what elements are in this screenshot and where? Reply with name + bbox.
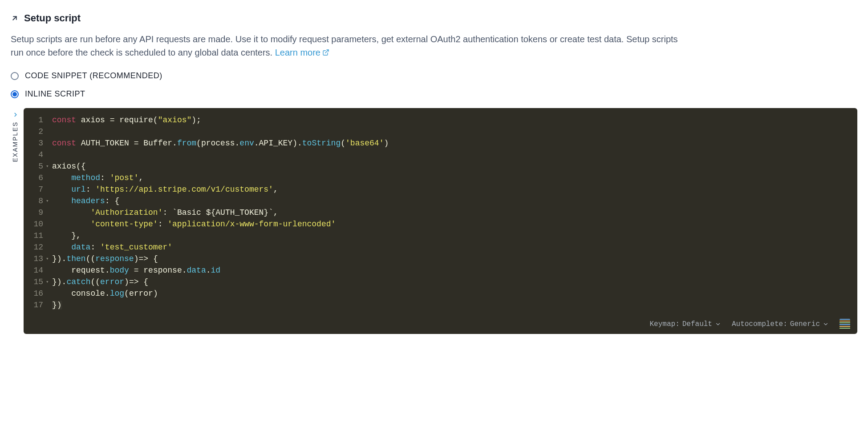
learn-more-link[interactable]: Learn more (275, 46, 329, 59)
code-content[interactable]: url: 'https://api.stripe.com/v1/customer… (52, 184, 849, 195)
fold-marker (46, 114, 52, 126)
fold-marker (46, 172, 52, 184)
expand-arrow-icon (11, 14, 19, 22)
code-content[interactable]: const AUTH_TOKEN = Buffer.from(process.e… (52, 137, 849, 149)
examples-panel-toggle[interactable]: EXAMPLES (11, 108, 20, 334)
code-editor[interactable]: 1const axios = require("axios");23const … (24, 108, 857, 334)
radio-icon (11, 72, 19, 80)
code-area[interactable]: 1const axios = require("axios");23const … (24, 108, 857, 315)
code-content[interactable]: method: 'post', (52, 172, 849, 184)
description-text: Setup scripts are run before any API req… (11, 34, 678, 57)
code-content[interactable]: console.log(error) (52, 288, 849, 299)
examples-label: EXAMPLES (11, 121, 20, 162)
fold-marker (46, 265, 52, 276)
fold-marker[interactable]: ▾ (46, 161, 52, 172)
section-description: Setup scripts are run before any API req… (11, 32, 678, 59)
autocomplete-value: Generic (790, 319, 820, 330)
code-line[interactable]: 8▾ headers: { (29, 195, 849, 207)
script-type-radios: CODE SNIPPET (RECOMMENDED) INLINE SCRIPT (11, 70, 857, 100)
fold-marker (46, 241, 52, 253)
code-line[interactable]: 14 request.body = response.data.id (29, 265, 849, 276)
radio-inline-script[interactable]: INLINE SCRIPT (11, 88, 857, 100)
editor-statusbar: Keymap: Default Autocomplete: Generic (24, 315, 857, 334)
line-number: 14 (29, 265, 46, 276)
code-line[interactable]: 16 console.log(error) (29, 288, 849, 299)
code-line[interactable]: 6 method: 'post', (29, 172, 849, 184)
learn-more-label: Learn more (275, 46, 320, 59)
line-number: 17 (29, 299, 46, 311)
line-number: 9 (29, 207, 46, 218)
editor-container: EXAMPLES 1const axios = require("axios")… (11, 108, 857, 334)
code-content[interactable]: }).catch((error)=> { (52, 276, 849, 288)
keymap-value: Default (682, 319, 712, 330)
code-content[interactable]: axios({ (52, 161, 849, 172)
line-number: 11 (29, 230, 46, 241)
code-line[interactable]: 15▾}).catch((error)=> { (29, 276, 849, 288)
line-number: 8 (29, 195, 46, 207)
line-number: 1 (29, 114, 46, 126)
radio-icon (11, 90, 19, 98)
external-link-icon (322, 49, 329, 56)
code-line[interactable]: 1const axios = require("axios"); (29, 114, 849, 126)
line-number: 7 (29, 184, 46, 195)
line-number: 2 (29, 126, 46, 137)
fold-marker[interactable]: ▾ (46, 276, 52, 288)
section-title: Setup script (24, 11, 81, 25)
radio-label-inline: INLINE SCRIPT (25, 88, 85, 100)
code-content[interactable] (52, 149, 849, 161)
code-line[interactable]: 4 (29, 149, 849, 161)
code-content[interactable]: data: 'test_customer' (52, 241, 849, 253)
line-number: 12 (29, 241, 46, 253)
fold-marker (46, 126, 52, 137)
autocomplete-selector[interactable]: Autocomplete: Generic (732, 319, 829, 330)
line-number: 4 (29, 149, 46, 161)
code-line[interactable]: 9 'Authorization': `Basic ${AUTH_TOKEN}`… (29, 207, 849, 218)
fold-marker (46, 218, 52, 230)
keymap-selector[interactable]: Keymap: Default (650, 319, 721, 330)
code-line[interactable]: 12 data: 'test_customer' (29, 241, 849, 253)
code-content[interactable]: request.body = response.data.id (52, 265, 849, 276)
line-number: 13 (29, 253, 46, 265)
line-number: 16 (29, 288, 46, 299)
fold-marker[interactable]: ▾ (46, 253, 52, 265)
chevron-right-icon (12, 112, 19, 118)
radio-code-snippet[interactable]: CODE SNIPPET (RECOMMENDED) (11, 70, 857, 82)
minimap-icon[interactable] (840, 319, 850, 330)
code-line[interactable]: 3const AUTH_TOKEN = Buffer.from(process.… (29, 137, 849, 149)
line-number: 3 (29, 137, 46, 149)
line-number: 5 (29, 161, 46, 172)
chevron-down-icon (715, 321, 721, 327)
code-line[interactable]: 17}) (29, 299, 849, 311)
code-content[interactable]: 'Authorization': `Basic ${AUTH_TOKEN}`, (52, 207, 849, 218)
radio-label-snippet: CODE SNIPPET (RECOMMENDED) (25, 70, 162, 82)
code-content[interactable]: }).then((response)=> { (52, 253, 849, 265)
code-content[interactable]: 'content-type': 'application/x-www-form-… (52, 218, 849, 230)
code-line[interactable]: 7 url: 'https://api.stripe.com/v1/custom… (29, 184, 849, 195)
code-content[interactable]: const axios = require("axios"); (52, 114, 849, 126)
line-number: 6 (29, 172, 46, 184)
fold-marker (46, 299, 52, 311)
code-line[interactable]: 2 (29, 126, 849, 137)
fold-marker (46, 230, 52, 241)
fold-marker (46, 288, 52, 299)
keymap-label: Keymap: (650, 319, 680, 330)
code-content[interactable]: }) (52, 299, 849, 311)
fold-marker (46, 149, 52, 161)
code-line[interactable]: 10 'content-type': 'application/x-www-fo… (29, 218, 849, 230)
line-number: 15 (29, 276, 46, 288)
code-line[interactable]: 5▾axios({ (29, 161, 849, 172)
line-number: 10 (29, 218, 46, 230)
code-content[interactable]: headers: { (52, 195, 849, 207)
fold-marker (46, 207, 52, 218)
autocomplete-label: Autocomplete: (732, 319, 787, 330)
svg-line-0 (325, 50, 329, 53)
section-header: Setup script (11, 11, 857, 25)
fold-marker (46, 184, 52, 195)
code-line[interactable]: 11 }, (29, 230, 849, 241)
chevron-down-icon (823, 321, 829, 327)
code-content[interactable] (52, 126, 849, 137)
code-content[interactable]: }, (52, 230, 849, 241)
code-line[interactable]: 13▾}).then((response)=> { (29, 253, 849, 265)
fold-marker[interactable]: ▾ (46, 195, 52, 207)
fold-marker (46, 137, 52, 149)
